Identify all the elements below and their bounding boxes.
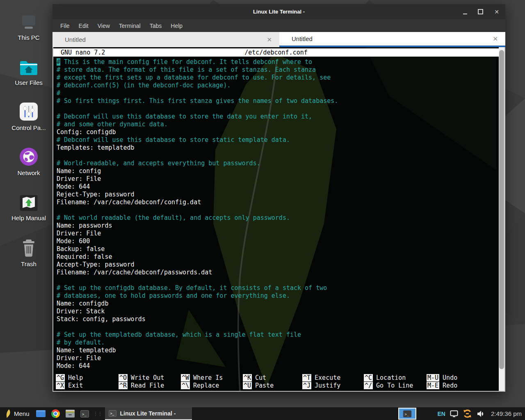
terminal-tab-inactive[interactable]: Untitled ✕ xyxy=(52,32,279,47)
start-menu-label: Menu xyxy=(14,410,30,417)
nano-shortcut-key: M-U xyxy=(427,374,439,381)
nano-shortcut: ^/Go To Line xyxy=(364,382,427,390)
keyboard-layout-indicator[interactable]: EN xyxy=(437,411,445,417)
terminal-line: # Set up the templatedb database, which … xyxy=(57,331,495,339)
network-globe-icon xyxy=(4,145,53,167)
terminal-tab-active[interactable]: Untitled ✕ xyxy=(279,32,505,47)
nano-shortcut-label: Cut xyxy=(255,374,266,381)
nano-shortcut-label: Undo xyxy=(443,374,457,381)
terminal-line: Driver: File xyxy=(57,230,495,237)
nano-shortcut: ^WWhere Is xyxy=(181,374,243,382)
desktop-icon-network[interactable]: Network xyxy=(4,145,53,176)
desktop-icon-control-panel[interactable]: Control Pa... xyxy=(4,100,53,131)
terminal-icon: >_ xyxy=(109,410,116,417)
nano-shortcut: ^GHelp xyxy=(56,374,119,382)
nano-shortcut: ^KCut xyxy=(243,374,302,382)
terminal-line: Stack: config, passwords xyxy=(57,315,495,323)
scrollbar-thumb[interactable] xyxy=(499,50,504,369)
terminal-line: # Not world readable (the default), and … xyxy=(57,214,495,222)
terminal-line: # Debconf will use this database to stor… xyxy=(57,136,495,144)
terminal-line: Mode: 600 xyxy=(57,237,495,245)
terminal-line: Backup: false xyxy=(57,245,495,253)
nano-shortcut: ^\Replace xyxy=(181,382,243,390)
nano-shortcut-key: ^W xyxy=(181,374,190,381)
trash-icon xyxy=(4,236,53,258)
desktop-icon-label: Help Manual xyxy=(4,215,53,221)
linux-lite-feather-icon xyxy=(4,409,11,418)
menu-item-view[interactable]: View xyxy=(93,23,114,29)
terminal-scrollbar[interactable] xyxy=(499,47,504,391)
nano-shortcut-key: M-E xyxy=(427,382,439,389)
clock[interactable]: 2:49:36 pm xyxy=(489,410,522,417)
terminal-line: Name: configdb xyxy=(57,300,495,308)
terminal-line: Reject-Type: password xyxy=(57,191,495,199)
taskbar-window-label: Linux Lite Terminal - xyxy=(120,410,176,417)
text-cursor: # xyxy=(57,58,60,66)
nano-shortcut-label: Justify xyxy=(315,382,340,389)
nano-shortcut-label: Write Out xyxy=(131,374,164,381)
terminal-line: Required: false xyxy=(57,253,495,261)
updates-icon[interactable] xyxy=(463,409,472,418)
display-settings-icon[interactable] xyxy=(450,410,458,418)
terminal-line: Mode: 644 xyxy=(57,183,495,191)
close-button[interactable]: ✕ xyxy=(494,9,500,15)
tab-close-icon[interactable]: ✕ xyxy=(267,37,272,43)
terminal-line: # Debconf will use this database to stor… xyxy=(57,113,495,121)
minimize-button[interactable] xyxy=(463,13,467,14)
menu-item-file[interactable]: File xyxy=(56,23,74,29)
nano-shortcut-label: Read File xyxy=(131,382,164,389)
file-manager-launcher[interactable] xyxy=(63,407,78,420)
terminal-viewport[interactable]: GNU nano 7.2 /etc/debconf.conf # This is… xyxy=(52,47,505,392)
nano-titlebar: GNU nano 7.2 /etc/debconf.conf xyxy=(53,48,499,57)
control-panel-icon xyxy=(4,100,53,121)
nano-shortcut-key: ^X xyxy=(56,382,65,389)
terminal-line xyxy=(57,276,495,284)
start-menu-button[interactable]: Menu xyxy=(0,407,33,420)
terminal-line: Name: passwords xyxy=(57,222,495,230)
menu-item-help[interactable]: Help xyxy=(166,23,187,29)
desktop-icon-help-manual[interactable]: Help Manual xyxy=(4,190,53,221)
nano-shortcut-label: Redo xyxy=(443,382,457,389)
svg-text:>_: >_ xyxy=(405,412,409,416)
show-desktop-button[interactable] xyxy=(33,407,48,420)
menu-item-edit[interactable]: Edit xyxy=(74,23,93,29)
taskbar-window-button[interactable]: >_ Linux Lite Terminal - xyxy=(105,407,192,420)
terminal-line: # Set up the configdb database. By defau… xyxy=(57,284,495,292)
tray-terminal-button[interactable]: >_ xyxy=(398,408,416,420)
desktop-icon-trash[interactable]: Trash xyxy=(4,236,53,267)
nano-shortcut-label: Replace xyxy=(193,382,219,389)
menu-item-tabs[interactable]: Tabs xyxy=(145,23,167,29)
tab-label: Untitled xyxy=(65,36,86,43)
terminal-line: # and some other dynamic data. xyxy=(57,121,495,128)
nano-shortcut: ^CLocation xyxy=(364,374,427,382)
chrome-launcher[interactable] xyxy=(48,407,63,420)
computer-icon xyxy=(4,10,53,31)
menu-item-terminal[interactable]: Terminal xyxy=(114,23,145,29)
terminal-line: # by default. xyxy=(57,339,495,347)
nano-shortcut-label: Go To Line xyxy=(376,382,413,389)
terminal-line: Filename: /var/cache/debconf/config.dat xyxy=(57,199,495,206)
tab-close-icon[interactable]: ✕ xyxy=(493,36,498,42)
terminal-line: # databases, one to hold passwords and o… xyxy=(57,292,495,300)
desktop-icon-this-pc[interactable]: This PC xyxy=(4,10,53,41)
nano-shortcut: M-ERedo xyxy=(427,382,495,390)
folder-home-icon xyxy=(4,55,53,76)
nano-shortcuts-row1: ^GHelp^OWrite Out^WWhere Is^KCut^TExecut… xyxy=(56,374,495,382)
nano-shortcut-label: Exit xyxy=(68,382,83,389)
terminal-line: Accept-Type: password xyxy=(57,261,495,269)
nano-shortcut-key: ^J xyxy=(302,382,311,389)
terminal-line: Driver: File xyxy=(57,175,495,183)
volume-icon[interactable] xyxy=(477,410,485,418)
terminal-launcher[interactable]: >_ xyxy=(78,407,92,420)
nano-shortcut-key: ^G xyxy=(56,374,65,381)
terminal-line: Driver: File xyxy=(57,354,495,362)
terminal-line: # xyxy=(57,89,495,97)
nano-shortcut-key: ^K xyxy=(243,374,252,381)
nano-file-path: /etc/debconf.conf xyxy=(53,49,499,56)
terminal-line: # So first things first. This first stan… xyxy=(57,97,495,105)
maximize-button[interactable] xyxy=(478,9,483,14)
terminal-icon: >_ xyxy=(403,410,412,418)
tab-bar: Untitled ✕ Untitled ✕ xyxy=(52,32,505,47)
window-titlebar[interactable]: Linux Lite Terminal - ✕ xyxy=(52,4,505,19)
desktop-icon-user-files[interactable]: User Files xyxy=(4,55,53,86)
